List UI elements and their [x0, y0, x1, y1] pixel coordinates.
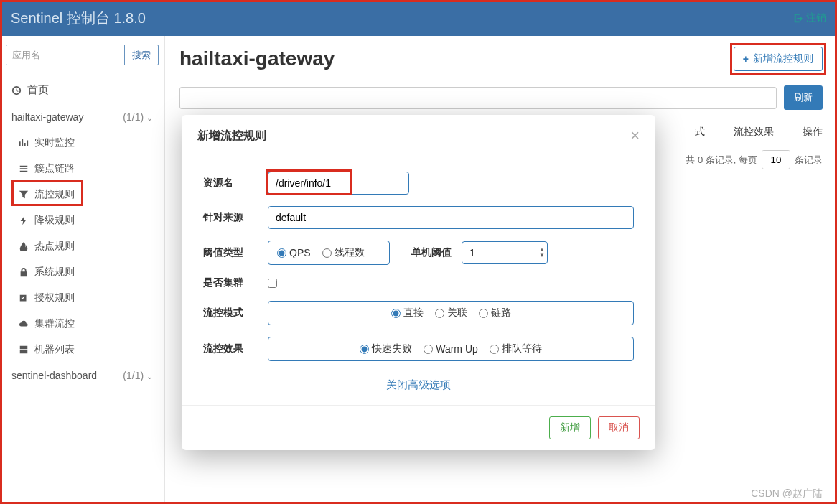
sidebar-app-hailtaxi[interactable]: hailtaxi-gateway (1/1) ⌄ [6, 104, 159, 130]
check-icon [19, 293, 29, 303]
sidebar-item-cluster-flow[interactable]: 集群流控 [13, 311, 159, 337]
radio-thread[interactable]: 线程数 [322, 246, 365, 259]
radio-chain[interactable]: 链路 [479, 307, 511, 319]
page-title: hailtaxi-gateway [179, 47, 335, 70]
sidebar-item-auth[interactable]: 授权规则 [13, 285, 159, 311]
label-effect: 流控效果 [203, 342, 268, 355]
toggle-advanced-link[interactable]: 关闭高级选项 [203, 373, 634, 398]
bolt-icon [19, 215, 29, 225]
radio-queue[interactable]: 排队等待 [490, 342, 542, 355]
label-resource: 资源名 [203, 177, 268, 190]
sidebar-item-flow-rule[interactable]: 流控规则 [13, 182, 159, 207]
radio-fast-fail[interactable]: 快速失败 [360, 342, 412, 355]
spinner-icon[interactable]: ▲▼ [539, 247, 545, 258]
fire-icon [19, 241, 29, 251]
cloud-icon [19, 319, 29, 329]
chart-icon [19, 138, 29, 148]
filter-icon [19, 190, 29, 200]
plus-icon: + [743, 53, 749, 65]
chevron-down-icon: ⌄ [146, 372, 153, 381]
modal-title: 新增流控规则 [197, 129, 266, 144]
cluster-checkbox[interactable] [268, 279, 277, 288]
radio-direct[interactable]: 直接 [391, 307, 424, 319]
server-icon [19, 345, 29, 355]
radio-qps[interactable]: QPS [277, 246, 311, 259]
sidebar-item-hotspot[interactable]: 热点规则 [13, 233, 159, 259]
label-mode: 流控模式 [203, 307, 268, 319]
sidebar-app-dashboard[interactable]: sentinel-dashboard (1/1) ⌄ [6, 363, 159, 388]
source-input[interactable] [268, 206, 634, 229]
sidebar-item-degrade[interactable]: 降级规则 [13, 207, 159, 233]
radio-relate[interactable]: 关联 [435, 307, 467, 319]
list-icon [19, 164, 29, 174]
label-threshold-type: 阈值类型 [203, 246, 268, 259]
modal-cancel-button[interactable]: 取消 [598, 416, 640, 439]
sidebar-item-machine[interactable]: 机器列表 [13, 337, 159, 363]
lock-icon [19, 267, 29, 277]
watermark: CSDN @赵广陆 [751, 487, 823, 500]
sidebar: 搜索 首页 hailtaxi-gateway (1/1) ⌄ 实时监控 簇点链路… [0, 36, 165, 504]
add-flow-rule-modal: 新增流控规则 × 资源名 针对来源 阈值类型 QPS 线程数 单机阈值 [182, 115, 655, 450]
sidebar-item-cluster-link[interactable]: 簇点链路 [13, 156, 159, 182]
page-size-input[interactable] [762, 150, 790, 169]
add-flow-rule-button[interactable]: + 新增流控规则 [734, 47, 823, 71]
clock-icon [11, 85, 22, 95]
navbar: Sentinel 控制台 1.8.0 注销 [0, 0, 837, 36]
label-source: 针对来源 [203, 211, 268, 224]
modal-ok-button[interactable]: 新增 [549, 416, 591, 439]
app-search-input[interactable] [6, 45, 124, 65]
sidebar-item-realtime[interactable]: 实时监控 [13, 130, 159, 156]
sidebar-item-system[interactable]: 系统规则 [13, 259, 159, 285]
app-title: Sentinel 控制台 1.8.0 [11, 9, 146, 28]
filter-input[interactable] [179, 87, 777, 109]
close-icon[interactable]: × [630, 128, 640, 144]
chevron-down-icon: ⌄ [146, 113, 153, 122]
radio-warmup[interactable]: Warm Up [424, 342, 478, 355]
app-search-group: 搜索 [6, 45, 159, 65]
sidebar-home[interactable]: 首页 [6, 76, 159, 104]
logout-link[interactable]: 注销 [793, 11, 826, 24]
label-single-threshold: 单机阈值 [397, 246, 454, 259]
logout-icon [793, 13, 803, 23]
refresh-button[interactable]: 刷新 [784, 85, 823, 110]
app-search-button[interactable]: 搜索 [124, 45, 159, 65]
resource-input[interactable] [268, 172, 409, 195]
threshold-input[interactable] [462, 241, 548, 264]
label-is-cluster: 是否集群 [203, 276, 268, 289]
